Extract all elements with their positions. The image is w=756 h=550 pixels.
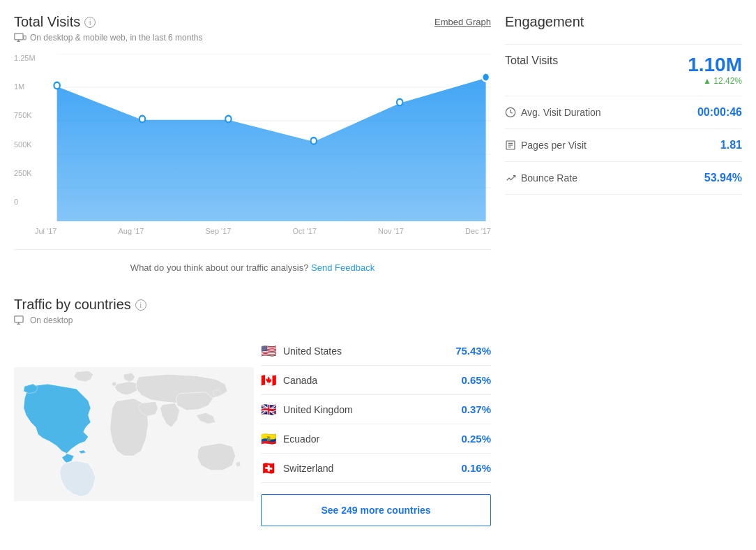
svg-point-14 (311, 138, 317, 144)
traffic-subtitle: On desktop (14, 315, 491, 325)
chart-svg (14, 54, 491, 221)
traffic-by-countries-section: Traffic by countries i On desktop (14, 297, 491, 532)
flag-ec: 🇪🇨 (261, 433, 276, 445)
pages-per-visit-value: 1.81 (720, 139, 742, 151)
country-name-ec: Ecuador (283, 433, 454, 445)
country-pct-gb: 0.37% (461, 403, 491, 415)
visits-chart: 0 250K 500K 750K 1M 1.25M (14, 54, 491, 221)
total-visits-info-icon[interactable]: i (84, 17, 96, 28)
svg-point-11 (54, 82, 59, 89)
feedback-section: What do you think about our traffic anal… (14, 249, 491, 290)
country-pct-ca: 0.65% (461, 374, 491, 386)
svg-point-16 (482, 73, 490, 82)
total-visits-subtitle: On desktop & mobile web, in the last 6 m… (14, 33, 491, 43)
country-row: 🇪🇨 Ecuador 0.25% (261, 424, 491, 454)
feedback-text: What do you think about our traffic anal… (130, 262, 309, 273)
avg-duration-value: 00:00:46 (697, 106, 742, 119)
total-visits-title: Total Visits (14, 14, 80, 30)
engagement-tv-value-block: 1.10M 12.42% (688, 54, 742, 86)
engagement-total-visits-row: Total Visits 1.10M 12.42% (505, 44, 742, 96)
country-name-us: United States (283, 345, 448, 357)
engagement-title: Engagement (505, 14, 742, 30)
country-row: 🇨🇦 Canada 0.65% (261, 366, 491, 395)
see-more-countries-button[interactable]: See 249 more countries (261, 494, 491, 526)
x-axis: Jul '17 Aug '17 Sep '17 Oct '17 Nov '17 … (14, 227, 491, 235)
engagement-tv-change: 12.42% (688, 76, 742, 86)
engagement-avg-row: Avg. Visit Duration 00:00:46 (505, 96, 742, 129)
country-row: 🇬🇧 United Kingdom 0.37% (261, 395, 491, 424)
traffic-body: 🇺🇸 United States 75.43% 🇨🇦 Canada 0.65% … (14, 336, 491, 532)
traffic-title: Traffic by countries (14, 297, 131, 313)
engagement-tv-value: 1.10M (688, 54, 742, 76)
flag-us: 🇺🇸 (261, 345, 276, 357)
country-pct-us: 75.43% (455, 345, 491, 357)
desktop-icon-traffic (14, 315, 27, 325)
pages-icon (505, 140, 516, 151)
countries-list: 🇺🇸 United States 75.43% 🇨🇦 Canada 0.65% … (261, 336, 491, 532)
send-feedback-link[interactable]: Send Feedback (311, 262, 375, 273)
svg-marker-10 (57, 77, 486, 221)
flag-ch: 🇨🇭 (261, 463, 276, 474)
engagement-tv-label: Total Visits (505, 54, 688, 67)
clock-icon (505, 107, 516, 118)
svg-point-15 (397, 99, 402, 106)
bounce-rate-value: 53.94% (704, 172, 742, 184)
bounce-icon (505, 172, 516, 184)
y-axis: 0 250K 500K 750K 1M 1.25M (14, 54, 36, 207)
country-row: 🇺🇸 United States 75.43% (261, 336, 491, 366)
traffic-info-icon[interactable]: i (135, 299, 146, 311)
flag-gb: 🇬🇧 (261, 404, 276, 415)
svg-rect-17 (15, 316, 23, 322)
embed-graph-link[interactable]: Embed Graph (434, 17, 491, 27)
bounce-rate-label: Bounce Rate (505, 172, 697, 184)
country-name-ch: Switzerland (283, 463, 454, 474)
desktop-mobile-icon (14, 33, 27, 43)
country-name-ca: Canada (283, 375, 454, 386)
svg-rect-3 (24, 36, 26, 40)
engagement-bounce-row: Bounce Rate 53.94% (505, 162, 742, 195)
world-map (14, 336, 254, 532)
pages-per-visit-label: Pages per Visit (505, 140, 713, 151)
svg-point-12 (139, 116, 145, 123)
engagement-pages-row: Pages per Visit 1.81 (505, 129, 742, 162)
country-pct-ec: 0.25% (461, 433, 491, 445)
svg-rect-0 (15, 34, 23, 40)
svg-point-13 (225, 116, 231, 123)
avg-duration-label: Avg. Visit Duration (505, 107, 690, 118)
engagement-panel: Engagement Total Visits 1.10M 12.42% Avg… (505, 14, 742, 536)
map-svg (14, 367, 254, 502)
traffic-header: Traffic by countries i (14, 297, 491, 313)
total-visits-heading: Total Visits i (14, 14, 96, 30)
country-name-gb: United Kingdom (283, 404, 454, 415)
country-pct-ch: 0.16% (461, 462, 491, 474)
country-row: 🇨🇭 Switzerland 0.16% (261, 454, 491, 483)
flag-ca: 🇨🇦 (261, 375, 276, 386)
